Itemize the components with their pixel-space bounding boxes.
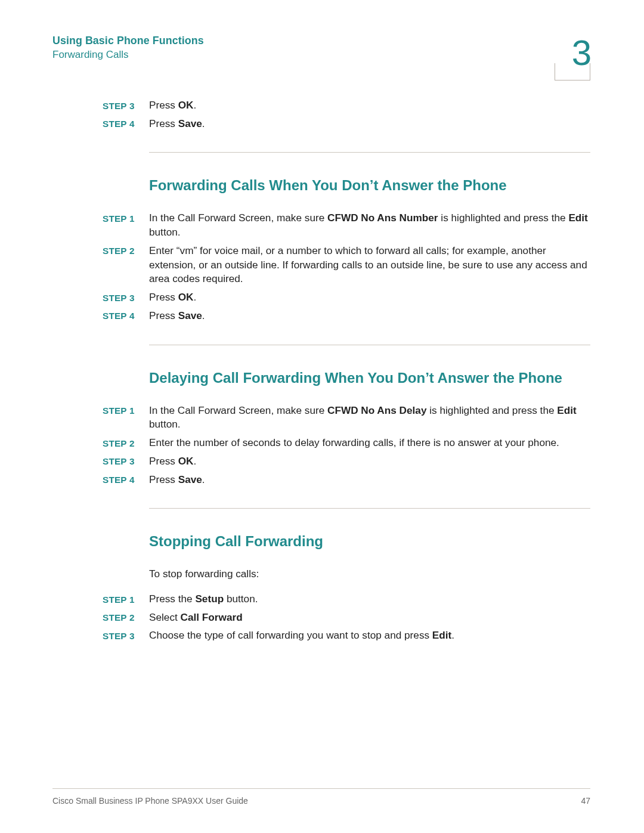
step-row: STEP 3Press OK.	[149, 98, 590, 113]
step-body: Press OK.	[149, 98, 590, 113]
step-label: STEP 3	[103, 454, 149, 468]
step-row: STEP 2Select Call Forward	[149, 611, 590, 625]
steps-block: STEP 1Press the Setup button.STEP 2Selec…	[149, 592, 590, 643]
main-content: STEP 3Press OK.STEP 4Press Save. Forward…	[149, 98, 590, 643]
step-body: Press Save.	[149, 117, 590, 131]
step-row: STEP 4Press Save.	[149, 309, 590, 323]
step-label: STEP 4	[103, 473, 149, 487]
step-label: STEP 2	[103, 611, 149, 624]
step-body: Press OK.	[149, 454, 590, 469]
chapter-number: 3	[556, 37, 592, 69]
page-footer: Cisco Small Business IP Phone SPA9XX Use…	[52, 796, 590, 806]
page-number: 47	[581, 796, 590, 806]
step-row: STEP 1In the Call Forward Screen, make s…	[149, 404, 590, 432]
step-row: STEP 2Enter the number of seconds to del…	[149, 436, 590, 450]
steps-block: STEP 1In the Call Forward Screen, make s…	[149, 404, 590, 487]
step-label: STEP 4	[103, 117, 149, 131]
continuation-steps: STEP 3Press OK.STEP 4Press Save.	[149, 98, 590, 131]
step-label: STEP 2	[103, 244, 149, 258]
step-row: STEP 3Press OK.	[149, 290, 590, 305]
step-row: STEP 4Press Save.	[149, 117, 590, 131]
step-body: Press the Setup button.	[149, 592, 590, 606]
step-row: STEP 1Press the Setup button.	[149, 592, 590, 606]
footer-rule	[52, 788, 590, 789]
section-intro: To stop forwarding calls:	[149, 567, 590, 581]
page: Using Basic Phone Functions Forwarding C…	[0, 0, 644, 833]
step-row: STEP 2Enter “vm” for voice mail, or a nu…	[149, 244, 590, 286]
step-label: STEP 3	[103, 628, 149, 642]
step-label: STEP 1	[103, 592, 149, 606]
section-subtitle: Forwarding Calls	[52, 49, 204, 61]
step-body: In the Call Forward Screen, make sure CF…	[149, 211, 590, 239]
step-body: Press OK.	[149, 290, 590, 305]
step-body: Choose the type of call forwarding you w…	[149, 628, 590, 643]
section-rule	[149, 345, 590, 345]
steps-block: STEP 1In the Call Forward Screen, make s…	[149, 211, 590, 323]
chapter-title: Using Basic Phone Functions	[52, 35, 204, 47]
step-label: STEP 2	[103, 436, 149, 450]
step-body: Enter “vm” for voice mail, or a number t…	[149, 244, 590, 286]
step-body: Enter the number of seconds to delay for…	[149, 436, 590, 450]
step-label: STEP 1	[103, 404, 149, 417]
section-rule	[149, 508, 590, 509]
step-row: STEP 1In the Call Forward Screen, make s…	[149, 211, 590, 239]
step-body: Press Save.	[149, 309, 590, 323]
step-row: STEP 3Choose the type of call forwarding…	[149, 628, 590, 643]
step-body: Press Save.	[149, 473, 590, 487]
step-body: In the Call Forward Screen, make sure CF…	[149, 404, 590, 432]
step-label: STEP 3	[103, 290, 149, 304]
section-heading: Forwarding Calls When You Don’t Answer t…	[149, 176, 590, 194]
step-label: STEP 1	[103, 211, 149, 225]
step-label: STEP 3	[103, 98, 149, 112]
step-row: STEP 3Press OK.	[149, 454, 590, 469]
page-header: Using Basic Phone Functions Forwarding C…	[52, 35, 590, 80]
section-rule	[149, 152, 590, 153]
step-body: Select Call Forward	[149, 611, 590, 625]
step-row: STEP 4Press Save.	[149, 473, 590, 487]
step-label: STEP 4	[103, 309, 149, 323]
section-heading: Stopping Call Forwarding	[149, 532, 590, 550]
doc-title: Cisco Small Business IP Phone SPA9XX Use…	[52, 796, 248, 806]
section-heading: Delaying Call Forwarding When You Don’t …	[149, 369, 590, 387]
